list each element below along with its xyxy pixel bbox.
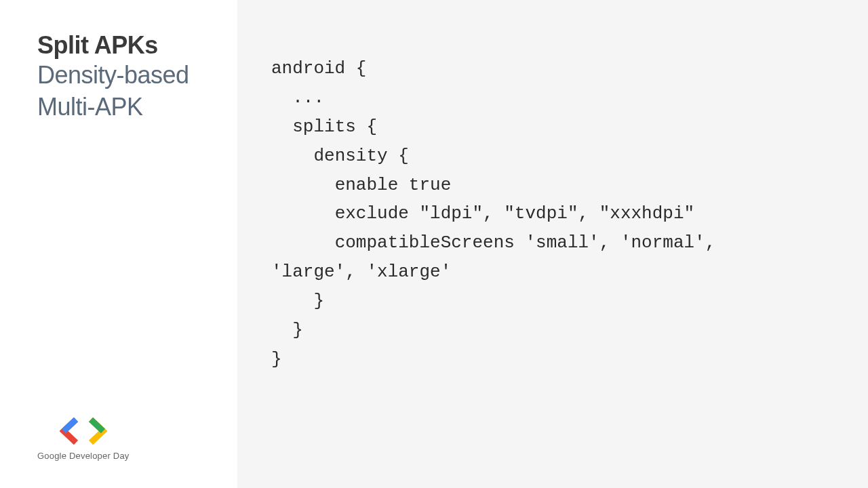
main-content: android { ... splits { density { enable … (237, 0, 868, 488)
logo-text-developer: Developer (69, 451, 111, 461)
title-subtitle-line2: Multi-APK (37, 92, 217, 123)
code-block: android { ... splits { density { enable … (271, 54, 834, 374)
sidebar: Split APKs Density-based Multi-APK Googl… (0, 0, 237, 488)
developer-logo-icon (37, 417, 130, 445)
logo-area: Google Developer Day (37, 417, 130, 461)
logo-text-google: Google (37, 451, 66, 461)
slide-title: Split APKs Density-based Multi-APK (37, 30, 217, 123)
logo-text: Google Developer Day (37, 451, 130, 461)
title-subtitle-line1: Density-based (37, 60, 217, 92)
logo-text-day: Day (113, 451, 130, 461)
title-bold: Split APKs (37, 30, 217, 60)
